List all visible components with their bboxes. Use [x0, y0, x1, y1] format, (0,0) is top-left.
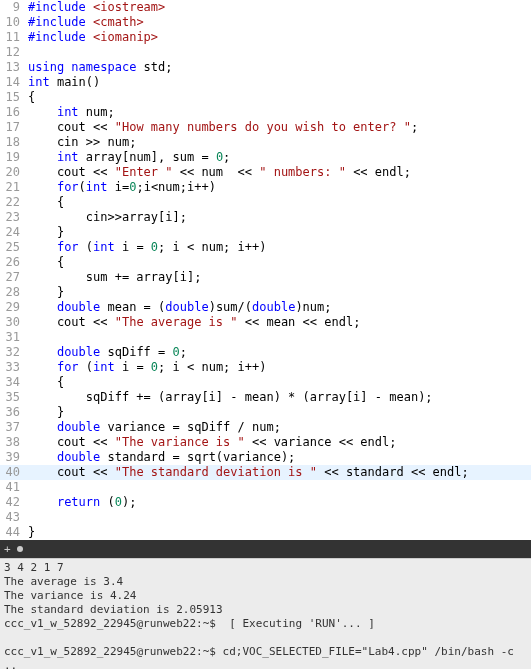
line-number: 41: [0, 480, 28, 495]
code-content[interactable]: [28, 480, 531, 495]
code-content[interactable]: int num;: [28, 105, 531, 120]
code-line[interactable]: 41: [0, 480, 531, 495]
code-content[interactable]: using namespace std;: [28, 60, 531, 75]
code-line[interactable]: 9#include <iostream>: [0, 0, 531, 15]
line-number: 37: [0, 420, 28, 435]
code-content[interactable]: }: [28, 405, 531, 420]
code-line[interactable]: 24 }: [0, 225, 531, 240]
code-content[interactable]: }: [28, 225, 531, 240]
code-content[interactable]: sum += array[i];: [28, 270, 531, 285]
line-number: 23: [0, 210, 28, 225]
code-content[interactable]: {: [28, 90, 531, 105]
line-number: 35: [0, 390, 28, 405]
code-line[interactable]: 14int main(): [0, 75, 531, 90]
line-number: 15: [0, 90, 28, 105]
code-content[interactable]: #include <iostream>: [28, 0, 531, 15]
line-number: 25: [0, 240, 28, 255]
code-content[interactable]: return (0);: [28, 495, 531, 510]
code-line[interactable]: 40 cout << "The standard deviation is " …: [0, 465, 531, 480]
code-line[interactable]: 10#include <cmath>: [0, 15, 531, 30]
code-line[interactable]: 27 sum += array[i];: [0, 270, 531, 285]
code-line[interactable]: 15{: [0, 90, 531, 105]
line-number: 42: [0, 495, 28, 510]
code-line[interactable]: 25 for (int i = 0; i < num; i++): [0, 240, 531, 255]
code-line[interactable]: 22 {: [0, 195, 531, 210]
code-line[interactable]: 28 }: [0, 285, 531, 300]
code-content[interactable]: double variance = sqDiff / num;: [28, 420, 531, 435]
code-content[interactable]: cout << "How many numbers do you wish to…: [28, 120, 531, 135]
code-content[interactable]: int main(): [28, 75, 531, 90]
code-line[interactable]: 37 double variance = sqDiff / num;: [0, 420, 531, 435]
code-content[interactable]: cin>>array[i];: [28, 210, 531, 225]
code-content[interactable]: double sqDiff = 0;: [28, 345, 531, 360]
code-line[interactable]: 36 }: [0, 405, 531, 420]
code-content[interactable]: [28, 330, 531, 345]
code-content[interactable]: cout << "The average is " << mean << end…: [28, 315, 531, 330]
code-line[interactable]: 32 double sqDiff = 0;: [0, 345, 531, 360]
add-tab-icon[interactable]: +: [4, 543, 11, 556]
code-content[interactable]: {: [28, 195, 531, 210]
code-line[interactable]: 31: [0, 330, 531, 345]
code-editor[interactable]: 9#include <iostream>10#include <cmath>11…: [0, 0, 531, 540]
line-number: 26: [0, 255, 28, 270]
tab-indicator-icon[interactable]: [17, 546, 23, 552]
line-number: 19: [0, 150, 28, 165]
code-content[interactable]: cout << "The variance is " << variance <…: [28, 435, 531, 450]
code-content[interactable]: for (int i = 0; i < num; i++): [28, 240, 531, 255]
code-content[interactable]: cout << "The standard deviation is " << …: [28, 465, 531, 480]
code-content[interactable]: double mean = (double)sum/(double)num;: [28, 300, 531, 315]
code-line[interactable]: 17 cout << "How many numbers do you wish…: [0, 120, 531, 135]
line-number: 13: [0, 60, 28, 75]
line-number: 11: [0, 30, 28, 45]
code-content[interactable]: double standard = sqrt(variance);: [28, 450, 531, 465]
code-line[interactable]: 21 for(int i=0;i<num;i++): [0, 180, 531, 195]
code-line[interactable]: 30 cout << "The average is " << mean << …: [0, 315, 531, 330]
code-line[interactable]: 13using namespace std;: [0, 60, 531, 75]
code-line[interactable]: 38 cout << "The variance is " << varianc…: [0, 435, 531, 450]
code-content[interactable]: cin >> num;: [28, 135, 531, 150]
line-number: 14: [0, 75, 28, 90]
code-line[interactable]: 34 {: [0, 375, 531, 390]
line-number: 39: [0, 450, 28, 465]
code-line[interactable]: 19 int array[num], sum = 0;: [0, 150, 531, 165]
code-line[interactable]: 23 cin>>array[i];: [0, 210, 531, 225]
code-line[interactable]: 12: [0, 45, 531, 60]
line-number: 33: [0, 360, 28, 375]
line-number: 36: [0, 405, 28, 420]
code-line[interactable]: 39 double standard = sqrt(variance);: [0, 450, 531, 465]
line-number: 20: [0, 165, 28, 180]
line-number: 38: [0, 435, 28, 450]
code-content[interactable]: #include <cmath>: [28, 15, 531, 30]
code-content[interactable]: for (int i = 0; i < num; i++): [28, 360, 531, 375]
code-content[interactable]: int array[num], sum = 0;: [28, 150, 531, 165]
code-line[interactable]: 33 for (int i = 0; i < num; i++): [0, 360, 531, 375]
code-content[interactable]: {: [28, 255, 531, 270]
code-content[interactable]: }: [28, 285, 531, 300]
code-line[interactable]: 42 return (0);: [0, 495, 531, 510]
code-line[interactable]: 43: [0, 510, 531, 525]
line-number: 44: [0, 525, 28, 540]
terminal-output[interactable]: 3 4 2 1 7 The average is 3.4 The varianc…: [0, 558, 531, 669]
code-content[interactable]: cout << "Enter " << num << " numbers: " …: [28, 165, 531, 180]
code-line[interactable]: 29 double mean = (double)sum/(double)num…: [0, 300, 531, 315]
code-content[interactable]: [28, 45, 531, 60]
line-number: 22: [0, 195, 28, 210]
code-content[interactable]: for(int i=0;i<num;i++): [28, 180, 531, 195]
code-content[interactable]: }: [28, 525, 531, 540]
code-line[interactable]: 18 cin >> num;: [0, 135, 531, 150]
code-line[interactable]: 35 sqDiff += (array[i] - mean) * (array[…: [0, 390, 531, 405]
code-line[interactable]: 11#include <iomanip>: [0, 30, 531, 45]
code-content[interactable]: [28, 510, 531, 525]
code-line[interactable]: 16 int num;: [0, 105, 531, 120]
code-line[interactable]: 26 {: [0, 255, 531, 270]
code-content[interactable]: {: [28, 375, 531, 390]
line-number: 34: [0, 375, 28, 390]
code-line[interactable]: 44}: [0, 525, 531, 540]
code-content[interactable]: #include <iomanip>: [28, 30, 531, 45]
line-number: 24: [0, 225, 28, 240]
terminal-text: 3 4 2 1 7 The average is 3.4 The varianc…: [4, 561, 521, 669]
line-number: 29: [0, 300, 28, 315]
code-line[interactable]: 20 cout << "Enter " << num << " numbers:…: [0, 165, 531, 180]
code-content[interactable]: sqDiff += (array[i] - mean) * (array[i] …: [28, 390, 531, 405]
line-number: 43: [0, 510, 28, 525]
